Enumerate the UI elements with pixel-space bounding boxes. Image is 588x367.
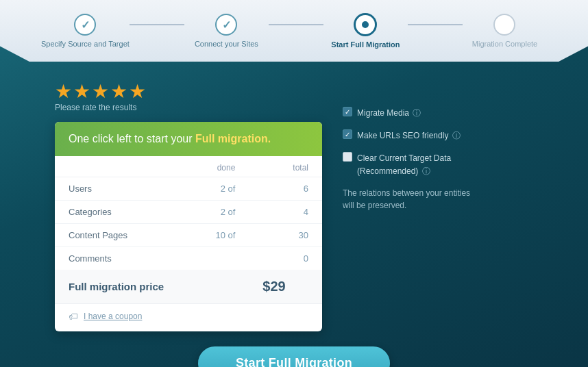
- row-label: Comments: [55, 247, 180, 270]
- step-1-label: Specify Source and Target: [41, 40, 130, 48]
- row-total: 30: [249, 224, 322, 247]
- row-done: 10 of: [180, 224, 249, 247]
- option-row: Migrate Media ⓘ: [343, 106, 480, 119]
- wizard-steps: ✓ Specify Source and Target ✓ Connect yo…: [0, 13, 588, 49]
- table-row: Users 2 of 6: [55, 177, 322, 201]
- step-start: Start Full Migration: [323, 13, 408, 49]
- stars-section: ★★★★★ Please rate the results: [55, 82, 322, 112]
- start-migration-button[interactable]: Start Full Migration: [198, 346, 390, 367]
- step-3-circle: [354, 13, 377, 36]
- row-done: 2 of: [180, 177, 249, 201]
- price-row: Full migration price $29: [55, 270, 322, 303]
- card-body: done total Users 2 of 6 Categories 2 of …: [55, 156, 322, 331]
- option-help-icon[interactable]: ⓘ: [411, 108, 421, 118]
- option-label-wrap: Make URLs SEO friendly ⓘ: [357, 129, 461, 142]
- left-panel: ★★★★★ Please rate the results One click …: [55, 82, 322, 331]
- col-total: total: [249, 156, 322, 177]
- row-total: 6: [249, 177, 322, 201]
- step-connect: ✓ Connect your Sites: [184, 14, 269, 48]
- coupon-icon: 🏷: [69, 311, 78, 322]
- option-checkbox[interactable]: [343, 129, 352, 139]
- star-rating[interactable]: ★★★★★: [55, 82, 322, 101]
- main-content: ★★★★★ Please rate the results One click …: [0, 68, 588, 331]
- table-row: Content Pages 10 of 30: [55, 224, 322, 247]
- col-done: done: [180, 156, 249, 177]
- row-label: Categories: [55, 201, 180, 224]
- option-row: Clear Current Target Data (Recommended) …: [343, 151, 480, 177]
- migration-table: done total Users 2 of 6 Categories 2 of …: [55, 156, 322, 303]
- card-header-text: One click left to start your: [69, 133, 195, 144]
- option-help-icon[interactable]: ⓘ: [419, 166, 430, 176]
- wizard-banner: ✓ Specify Source and Target ✓ Connect yo…: [0, 0, 588, 62]
- coupon-link[interactable]: I have a coupon: [84, 312, 142, 321]
- step-specify: ✓ Specify Source and Target: [41, 14, 130, 48]
- table-header-row: done total: [55, 156, 322, 177]
- table-row: Categories 2 of 4: [55, 201, 322, 224]
- option-checkbox[interactable]: [343, 107, 352, 116]
- options-container: Migrate Media ⓘMake URLs SEO friendly ⓘC…: [343, 106, 480, 177]
- coupon-row: 🏷 I have a coupon: [55, 303, 322, 331]
- card-header: One click left to start your Full migrat…: [55, 122, 322, 156]
- option-help-icon[interactable]: ⓘ: [450, 131, 460, 140]
- step-complete: Migration Complete: [463, 14, 547, 48]
- price-value: $29: [249, 270, 322, 303]
- row-done: 2 of: [180, 201, 249, 224]
- row-total: 0: [249, 247, 322, 270]
- active-dot-icon: [362, 21, 369, 28]
- migration-card: One click left to start your Full migrat…: [55, 122, 322, 331]
- step-4-label: Migration Complete: [472, 40, 537, 48]
- step-3-label: Start Full Migration: [331, 40, 400, 49]
- option-label: Make URLs SEO friendly: [357, 131, 448, 140]
- row-label: Users: [55, 177, 180, 201]
- option-checkbox[interactable]: [343, 152, 352, 162]
- relations-text: The relations between your entities will…: [343, 187, 480, 212]
- price-label: Full migration price: [55, 270, 249, 303]
- check-icon-2: ✓: [222, 18, 231, 31]
- start-button-container: Start Full Migration: [0, 346, 588, 367]
- right-panel: Migrate Media ⓘMake URLs SEO friendly ⓘC…: [343, 82, 480, 331]
- connector-3: [408, 24, 463, 25]
- option-label: Clear Current Target Data (Recommended): [357, 153, 451, 176]
- step-1-circle: ✓: [74, 14, 96, 36]
- check-icon-1: ✓: [81, 18, 90, 31]
- stars-label: Please rate the results: [55, 103, 322, 112]
- row-total: 4: [249, 201, 322, 224]
- connector-1: [130, 24, 184, 25]
- table-row: Comments 0: [55, 247, 322, 270]
- row-label: Content Pages: [55, 224, 180, 247]
- step-4-circle: [493, 14, 515, 36]
- step-2-label: Connect your Sites: [195, 40, 258, 48]
- option-row: Make URLs SEO friendly ⓘ: [343, 129, 480, 142]
- row-done: [180, 247, 249, 270]
- option-label: Migrate Media: [357, 108, 409, 118]
- option-label-wrap: Clear Current Target Data (Recommended) …: [357, 151, 480, 177]
- option-label-wrap: Migrate Media ⓘ: [357, 106, 421, 119]
- col-label: [55, 156, 180, 177]
- card-header-highlight: Full migration.: [195, 133, 271, 144]
- connector-2: [269, 24, 323, 25]
- step-2-circle: ✓: [215, 14, 237, 36]
